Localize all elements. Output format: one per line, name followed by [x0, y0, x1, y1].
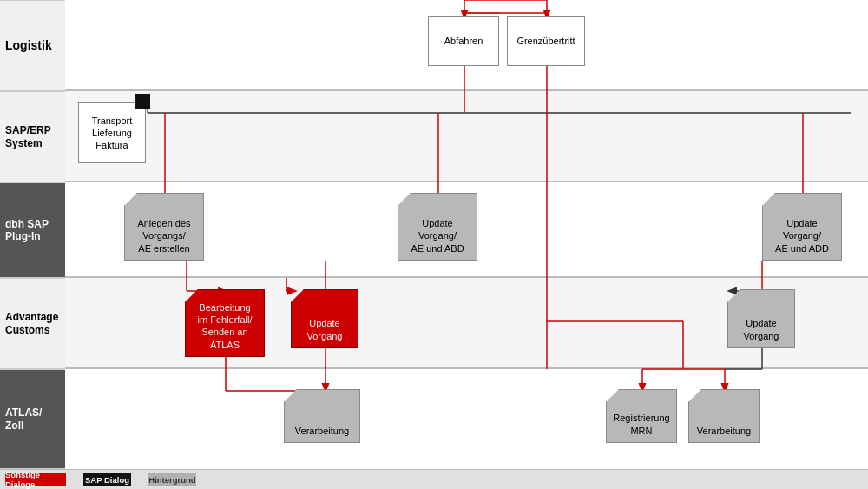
card-verarbeitung1-label: Verarbeitung: [295, 425, 349, 437]
row-saperp-bg: [65, 91, 868, 182]
card-anlegen: Anlegen desVorgangs/AE erstellen: [124, 193, 204, 261]
legend-color-sap: SAP Dialog: [83, 473, 131, 486]
card-registrierung-label: RegistrierungMRN: [613, 412, 669, 437]
card-update-vorgang1-label: UpdateVorgang: [307, 317, 343, 342]
card-update-ae-add-label: UpdateVorgang/AE und ADD: [775, 217, 829, 254]
card-verarbeitung2: Verarbeitung: [688, 389, 760, 443]
card-update-ae-abd-label: UpdateVorgang/AE und ABD: [411, 217, 464, 254]
card-transport: TransportLieferungFaktura: [78, 102, 146, 163]
card-update-vorgang2-label: UpdateVorgang: [744, 317, 779, 342]
diagram: Logistik SAP/ERPSystem dbh SAPPlug-In Ad…: [0, 0, 868, 469]
label-logistik: Logistik: [0, 0, 65, 91]
legend-item-hintergrund: Hintergrund: [148, 473, 196, 486]
card-registrierung: RegistrierungMRN: [606, 389, 677, 443]
card-abfahren: Abfahren: [428, 16, 499, 66]
black-block: [135, 94, 150, 109]
card-bearbeitung: Bearbeitungim Fehlerfall/Senden anATLAS: [185, 289, 265, 357]
legend-bar: Sonstige Dialoge SAP Dialog Hintergrund: [0, 469, 868, 489]
card-update-vorgang2: UpdateVorgang: [727, 289, 795, 348]
card-verarbeitung2-label: Verarbeitung: [697, 425, 751, 437]
card-grenzuebertritt-label: Grenzübertritt: [516, 35, 575, 47]
card-update-vorgang1: UpdateVorgang: [291, 289, 358, 348]
card-update-ae-add: UpdateVorgang/AE und ADD: [762, 193, 842, 261]
legend-text-sap: SAP Dialog: [85, 475, 129, 485]
legend-text-sonstige: Sonstige Dialoge: [5, 470, 66, 489]
legend-text-hintergrund: Hintergrund: [148, 475, 195, 485]
legend-color-hintergrund: Hintergrund: [148, 473, 196, 486]
card-bearbeitung-label: Bearbeitungim Fehlerfall/Senden anATLAS: [198, 301, 253, 351]
legend-item-sonstige: Sonstige Dialoge: [5, 473, 66, 486]
card-anlegen-label: Anlegen desVorgangs/AE erstellen: [137, 217, 190, 254]
legend-item-sap: SAP Dialog: [83, 473, 131, 486]
label-saperp: SAP/ERPSystem: [0, 91, 65, 182]
card-abfahren-label: Abfahren: [444, 35, 483, 47]
label-advantage: AdvantageCustoms: [0, 278, 65, 369]
label-dbh: dbh SAPPlug-In: [0, 182, 65, 278]
label-atlas: ATLAS/Zoll: [0, 369, 65, 469]
legend-color-sonstige: Sonstige Dialoge: [5, 473, 66, 486]
card-grenzuebertritt: Grenzübertritt: [507, 16, 585, 66]
card-verarbeitung1: Verarbeitung: [284, 389, 360, 443]
card-transport-label: TransportLieferungFaktura: [92, 115, 133, 152]
card-update-ae-abd: UpdateVorgang/AE und ABD: [398, 193, 477, 261]
